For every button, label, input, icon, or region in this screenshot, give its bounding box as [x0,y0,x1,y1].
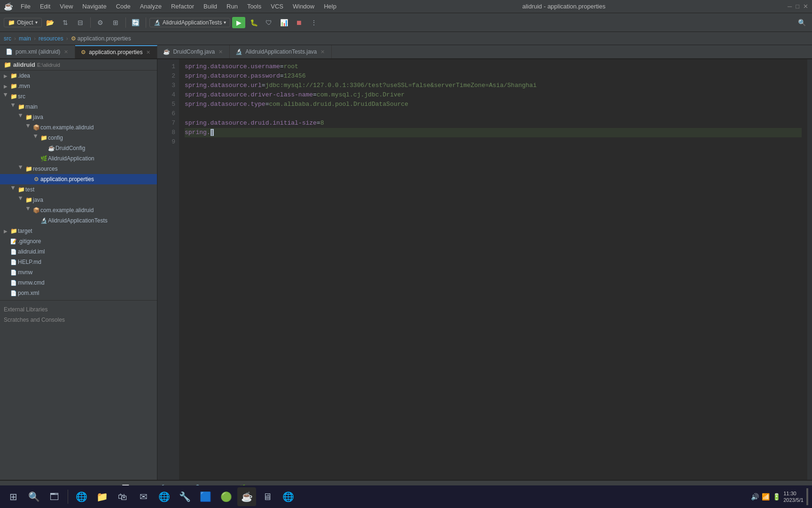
stop-btn[interactable]: ⏹ [292,16,305,29]
tree-item-druid-config[interactable]: ☕ DruidConfig [0,143,157,153]
run-button[interactable]: ▶ [232,17,245,28]
tree-item-resources[interactable]: ▶ 📁 resources [0,164,157,174]
menu-help[interactable]: Help [320,2,340,11]
external-libraries-item[interactable]: External Libraries [4,304,153,315]
minimize-icon[interactable]: ─ [788,3,792,10]
menu-window[interactable]: Window [289,2,318,11]
coverage-btn[interactable]: 🛡 [262,16,275,29]
show-desktop-btn[interactable] [806,488,808,505]
menu-file[interactable]: File [17,2,34,11]
breadcrumb-src[interactable]: src [4,35,11,42]
menu-vcs[interactable]: VCS [267,2,287,11]
tree-item-mvnw[interactable]: 📄 mvnw [0,267,157,278]
breadcrumb-main[interactable]: main [19,35,31,42]
menu-view[interactable]: View [56,2,77,11]
tree-item-mvn[interactable]: ▶ 📁 .mvn [0,81,157,91]
tree-item-iml[interactable]: 📄 alidruid.iml [0,246,157,257]
breadcrumb-resources[interactable]: resources [39,35,63,42]
scratches-consoles-item[interactable]: Scratches and Consoles [4,315,153,325]
maximize-icon[interactable]: □ [796,3,799,10]
gitignore-icon: 📝 [9,238,18,245]
tab-application-properties[interactable]: ⚙ application.properties ✕ [75,45,157,58]
tree-item-main[interactable]: ▶ 📁 main [0,102,157,112]
tab-close-pom[interactable]: ✕ [63,49,69,55]
tree-label-gitignore: .gitignore [18,238,157,245]
search-button[interactable]: 🔍 [24,487,43,506]
menu-run[interactable]: Run [223,2,242,11]
tree-label-config: config [48,135,157,141]
tree-item-java-main[interactable]: ▶ 📁 java [0,112,157,122]
tree-item-help[interactable]: 📄 HELP.md [0,257,157,267]
store-button[interactable]: 🛍 [113,487,132,506]
chevron-down-icon: ▾ [35,20,38,25]
menu-build[interactable]: Build [200,2,221,11]
arrow-java-test: ▶ [18,196,23,204]
debug-btn[interactable]: 🐛 [247,16,260,29]
tree-item-config[interactable]: ▶ 📁 config [0,133,157,143]
chrome-button[interactable]: 🌐 [155,487,173,506]
tab-alidruid-tests[interactable]: 🔬 AlidruidApplicationTests.java ✕ [230,45,332,58]
menu-code[interactable]: Code [112,2,134,11]
test-class-icon: 🔬 [39,217,48,224]
tab-close-tests[interactable]: ✕ [320,49,326,55]
tree-item-idea[interactable]: ▶ 📁 .idea [0,71,157,81]
tree-item-com-example-test[interactable]: ▶ 📦 com.example.alidruid [0,205,157,215]
extra-btn-4[interactable]: 🖥 [258,487,277,506]
tree-label-java-test: java [33,197,157,203]
extra-btn-3[interactable]: 🟢 [217,487,235,506]
layout-btn[interactable]: ⊞ [109,16,122,29]
chevron-down-icon2: ▾ [224,20,226,25]
close-icon[interactable]: ✕ [803,3,808,10]
tab-druid-config[interactable]: ☕ DruidConfig.java ✕ [157,45,230,58]
code-line-2: spring.datasource.password=123456 [185,71,802,81]
extra-btn-2[interactable]: 🟦 [196,487,215,506]
menu-refactor[interactable]: Refactor [167,2,198,11]
arrow-main: ▶ [11,103,16,111]
more-actions-btn[interactable]: ⋮ [307,16,320,29]
tree-item-target[interactable]: ▶ 📁 target [0,226,157,236]
tray-icon-3[interactable]: 🔋 [773,493,781,500]
task-view-button[interactable]: 🗔 [45,487,64,506]
tab-pom-xml[interactable]: 📄 pom.xml (alidruid) ✕ [0,45,75,58]
sync-btn[interactable]: ⇅ [59,16,72,29]
mail-button[interactable]: ✉ [134,487,153,506]
run-config-selector[interactable]: 🔬 AlidruidApplicationTests ▾ [149,18,231,27]
tree-item-pom-xml[interactable]: 📄 pom.xml [0,288,157,298]
tree-item-com-example[interactable]: ▶ 📦 com.example.alidruid [0,122,157,133]
tree-item-app-tests[interactable]: 🔬 AlidruidApplicationTests [0,215,157,226]
tab-close-druid[interactable]: ✕ [218,49,224,55]
project-selector[interactable]: 📁 Object ▾ [4,18,42,27]
edge-button[interactable]: 🌐 [72,487,91,506]
tab-close-props[interactable]: ✕ [145,49,151,56]
tray-icon-1[interactable]: 🔊 [751,493,759,500]
tree-label-iml: alidruid.iml [18,248,157,255]
menu-analyze[interactable]: Analyze [136,2,165,11]
tree-item-test[interactable]: ▶ 📁 test [0,184,157,195]
tree-item-gitignore[interactable]: 📝 .gitignore [0,236,157,246]
menu-edit[interactable]: Edit [36,2,54,11]
intellij-button[interactable]: ☕ [237,487,256,506]
tree-item-app-props[interactable]: ⚙ application.properties [0,174,157,184]
code-editor[interactable]: spring.datasource.username=root spring.d… [179,59,807,480]
menu-navigate[interactable]: Navigate [78,2,110,11]
menu-tools[interactable]: Tools [243,2,265,11]
vcs-update-btn[interactable]: 🔄 [129,16,142,29]
profiler-btn[interactable]: 📊 [277,16,290,29]
tree-item-src[interactable]: ▶ 📁 src [0,91,157,102]
tray-icon-2[interactable]: 📶 [762,493,770,500]
explorer-button[interactable]: 📁 [93,487,111,506]
settings-btn[interactable]: ⚙ [94,16,107,29]
collapse-btn[interactable]: ⊟ [74,16,87,29]
start-button[interactable]: ⊞ [4,487,23,506]
editor-scrollbar[interactable] [807,59,812,480]
breadcrumb-file[interactable]: ⚙ application.properties [71,35,131,42]
tree-item-java-test[interactable]: ▶ 📁 java [0,195,157,205]
toolbar-separator-2 [125,17,126,28]
run-config-label: AlidruidApplicationTests [163,19,222,26]
open-file-btn[interactable]: 📂 [44,16,57,29]
extra-btn-5[interactable]: 🌐 [279,487,297,506]
tree-item-alidruid-app[interactable]: 🌿 AlidruidApplication [0,153,157,164]
search-everywhere-btn[interactable]: 🔍 [795,16,808,29]
tree-item-mvnw-cmd[interactable]: 📄 mvnw.cmd [0,278,157,288]
extra-btn-1[interactable]: 🔧 [175,487,194,506]
